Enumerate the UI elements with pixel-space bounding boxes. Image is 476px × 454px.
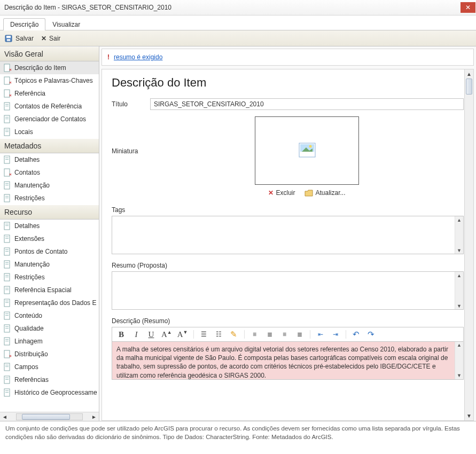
nav-linhagem[interactable]: Linhagem bbox=[0, 335, 99, 348]
scroll-thumb[interactable] bbox=[22, 414, 70, 420]
svg-rect-66 bbox=[5, 379, 9, 380]
scroll-down-icon[interactable]: ▼ bbox=[465, 411, 473, 420]
save-icon bbox=[4, 34, 13, 43]
page-x-icon: × bbox=[3, 350, 12, 358]
align-right-button[interactable]: ≡ bbox=[280, 331, 290, 338]
bullet-list-button[interactable]: ☰ bbox=[199, 331, 209, 338]
svg-text:×: × bbox=[9, 354, 12, 358]
svg-rect-69 bbox=[5, 392, 9, 393]
rte-toolbar: B I U A▲ A▼ ☰ ☷ ✎ ≡ ≣ ≡ ≣ bbox=[112, 327, 464, 341]
titulo-input[interactable] bbox=[150, 98, 464, 110]
atualizar-button[interactable]: Atualizar... bbox=[305, 189, 345, 197]
indent-button[interactable]: ⇥ bbox=[331, 331, 340, 338]
nav-restricoes2[interactable]: Restrições bbox=[0, 271, 99, 284]
nav-contatos-ref[interactable]: Contatos de Referência bbox=[0, 100, 99, 113]
descricao-textarea[interactable]: A malha de setores censitários é um arqu… bbox=[112, 341, 464, 380]
nav-locais[interactable]: Locais bbox=[0, 126, 99, 138]
svg-rect-57 bbox=[5, 339, 9, 340]
nav-historico-geo[interactable]: Histórico de Geoprocessame bbox=[0, 386, 99, 399]
align-left-button[interactable]: ≡ bbox=[250, 331, 260, 338]
svg-rect-33 bbox=[5, 237, 9, 237]
sidebar-hscrollbar[interactable]: ◄ ► bbox=[0, 412, 99, 421]
nav-descricao-item[interactable]: × Descrição do Item bbox=[0, 61, 99, 74]
resumo-scrollbar[interactable]: ▲ ▼ bbox=[455, 272, 463, 309]
nav-label: Tópicos e Palavras-Chaves bbox=[14, 77, 93, 84]
page-icon bbox=[3, 115, 12, 123]
resumo-textarea[interactable]: ▲ ▼ bbox=[112, 271, 464, 310]
page-icon bbox=[3, 234, 12, 243]
notice-link[interactable]: resumo é exigido bbox=[114, 53, 162, 61]
nav-distribuicao[interactable]: × Distribuição bbox=[0, 348, 99, 361]
miniatura-label: Miniatura bbox=[112, 147, 144, 155]
svg-rect-63 bbox=[5, 366, 9, 367]
highlight-button[interactable]: ✎ bbox=[229, 330, 239, 339]
tags-scrollbar[interactable]: ▲ ▼ bbox=[455, 216, 463, 254]
nav-pontos-contato[interactable]: Pontos de Contato bbox=[0, 245, 99, 258]
align-justify-button[interactable]: ≣ bbox=[295, 331, 305, 338]
nav-ref-espacial[interactable]: Referência Espacial bbox=[0, 284, 99, 296]
nav-label: Histórico de Geoprocessame bbox=[14, 389, 97, 396]
nav-label: Detalhes bbox=[14, 156, 40, 163]
nav-detalhes[interactable]: Detalhes bbox=[0, 153, 99, 166]
undo-button[interactable]: ↶ bbox=[352, 330, 361, 339]
align-center-button[interactable]: ≣ bbox=[265, 331, 275, 338]
svg-rect-54 bbox=[5, 326, 9, 327]
nav-extensoes[interactable]: Extensões bbox=[0, 232, 99, 245]
scroll-right-icon[interactable]: ► bbox=[90, 413, 98, 420]
descricao-scrollbar[interactable]: ▲ ▼ bbox=[455, 342, 463, 379]
nav-label: Contatos de Referência bbox=[14, 103, 82, 110]
delete-icon: ✕ bbox=[268, 189, 274, 197]
nav-topicos[interactable]: × Tópicos e Palavras-Chaves bbox=[0, 74, 99, 87]
tab-visualizar[interactable]: Visualizar bbox=[45, 18, 87, 30]
nav-detalhes2[interactable]: Detalhes bbox=[0, 220, 99, 232]
svg-rect-17 bbox=[5, 131, 9, 132]
scroll-down-icon[interactable]: ▼ bbox=[455, 247, 463, 254]
scroll-up-icon[interactable]: ▲ bbox=[465, 69, 473, 79]
tags-label: Tags bbox=[112, 206, 464, 214]
excluir-button[interactable]: ✕ Excluir bbox=[268, 189, 295, 197]
nav-campos[interactable]: Campos bbox=[0, 361, 99, 373]
scroll-up-icon[interactable]: ▲ bbox=[455, 216, 463, 223]
font-grow-button[interactable]: A▲ bbox=[161, 330, 172, 339]
close-button[interactable]: ✕ bbox=[461, 2, 475, 13]
nav-manutencao2[interactable]: Manutenção bbox=[0, 258, 99, 271]
scroll-down-icon[interactable]: ▼ bbox=[455, 372, 463, 379]
nav-qualidade[interactable]: Qualidade bbox=[0, 322, 99, 335]
exit-button[interactable]: ✕ Sair bbox=[41, 35, 60, 42]
nav-referencias[interactable]: Referências bbox=[0, 373, 99, 386]
underline-button[interactable]: U bbox=[146, 330, 156, 339]
nav-referencia[interactable]: × Referência bbox=[0, 87, 99, 100]
nav-manutencao[interactable]: Manutenção bbox=[0, 179, 99, 192]
redo-button[interactable]: ↷ bbox=[366, 330, 376, 339]
svg-rect-20 bbox=[5, 159, 9, 160]
nav-label: Restrições bbox=[14, 273, 45, 281]
validation-notice: ! resumo é exigido bbox=[102, 49, 474, 66]
nav-gerenciador[interactable]: Gerenciador de Contatos bbox=[0, 113, 99, 126]
bold-button[interactable]: B bbox=[116, 330, 126, 339]
page-icon bbox=[3, 260, 12, 269]
sidebar: Visão Geral × Descrição do Item × Tópico… bbox=[0, 46, 99, 421]
scroll-left-icon[interactable]: ◄ bbox=[1, 413, 9, 420]
scroll-down-icon[interactable]: ▼ bbox=[455, 302, 463, 309]
nav-contatos[interactable]: × Contatos bbox=[0, 166, 99, 179]
tab-descricao[interactable]: Descrição bbox=[3, 18, 45, 30]
nav-label: Descrição do Item bbox=[14, 64, 66, 72]
outdent-button[interactable]: ⇤ bbox=[316, 331, 325, 338]
italic-button[interactable]: I bbox=[131, 330, 141, 339]
page-icon bbox=[3, 102, 12, 111]
svg-rect-39 bbox=[5, 262, 9, 263]
save-button[interactable]: Salvar bbox=[4, 34, 34, 43]
scroll-up-icon[interactable]: ▲ bbox=[455, 342, 463, 349]
font-shrink-button[interactable]: A▼ bbox=[177, 330, 188, 339]
page-icon bbox=[3, 363, 12, 371]
scroll-up-icon[interactable]: ▲ bbox=[455, 272, 463, 279]
tags-textarea[interactable]: ▲ ▼ bbox=[112, 216, 464, 254]
nav-representacao[interactable]: Representação dos Dados E bbox=[0, 296, 99, 309]
svg-rect-62 bbox=[5, 365, 9, 365]
scroll-thumb[interactable] bbox=[466, 79, 472, 95]
number-list-button[interactable]: ☷ bbox=[214, 331, 224, 338]
nav-label: Campos bbox=[14, 363, 38, 371]
nav-restricoes[interactable]: Restrições bbox=[0, 192, 99, 205]
main-vscrollbar[interactable]: ▲ ▼ bbox=[464, 69, 473, 420]
nav-conteudo[interactable]: Conteúdo bbox=[0, 309, 99, 322]
